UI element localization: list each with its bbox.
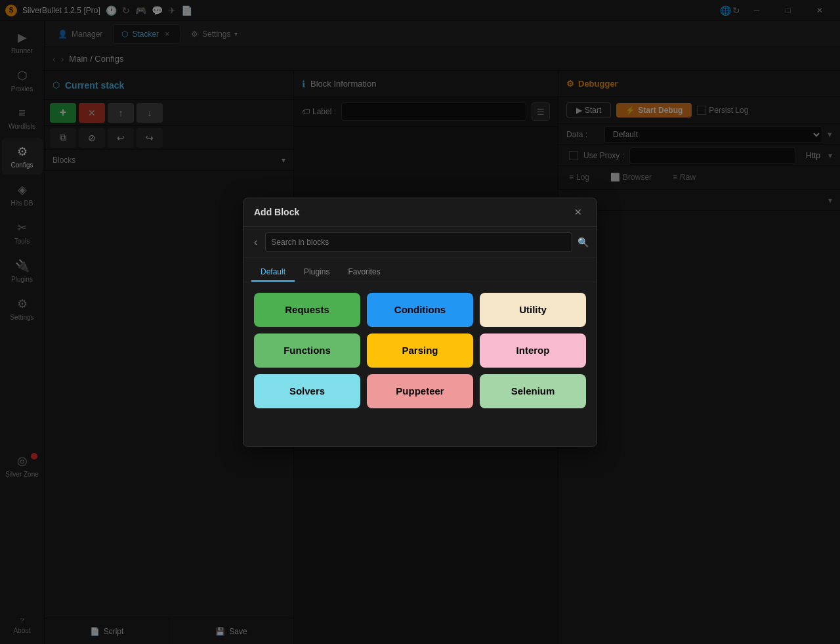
block-utility-button[interactable]: Utility bbox=[480, 293, 586, 327]
block-functions-button[interactable]: Functions bbox=[254, 333, 360, 368]
block-conditions-button[interactable]: Conditions bbox=[367, 293, 473, 327]
modal-search-icon: 🔍 bbox=[578, 237, 589, 247]
add-block-modal: Add Block ✕ ‹ 🔍 Default Plugins Favorite… bbox=[243, 198, 597, 447]
block-solvers-button[interactable]: Solvers bbox=[254, 374, 360, 408]
modal-tabs: Default Plugins Favorites bbox=[243, 258, 597, 282]
block-requests-button[interactable]: Requests bbox=[254, 293, 360, 327]
block-interop-button[interactable]: Interop bbox=[480, 333, 586, 368]
block-selenium-button[interactable]: Selenium bbox=[480, 374, 586, 408]
modal-search-bar: ‹ 🔍 bbox=[243, 227, 597, 258]
modal-header: Add Block ✕ bbox=[243, 198, 597, 227]
modal-close-button[interactable]: ✕ bbox=[570, 204, 586, 220]
modal-overlay[interactable]: Add Block ✕ ‹ 🔍 Default Plugins Favorite… bbox=[0, 0, 840, 644]
modal-tab-favorites[interactable]: Favorites bbox=[339, 263, 389, 282]
block-puppeteer-button[interactable]: Puppeteer bbox=[367, 374, 473, 408]
modal-tab-default[interactable]: Default bbox=[251, 263, 295, 282]
block-parsing-button[interactable]: Parsing bbox=[367, 333, 473, 368]
modal-tab-plugins[interactable]: Plugins bbox=[295, 263, 339, 282]
modal-back-button[interactable]: ‹ bbox=[251, 236, 260, 248]
modal-search-input[interactable] bbox=[265, 232, 572, 252]
modal-blocks-grid: Requests Conditions Utility Functions Pa… bbox=[243, 282, 597, 419]
modal-title: Add Block bbox=[254, 207, 299, 217]
